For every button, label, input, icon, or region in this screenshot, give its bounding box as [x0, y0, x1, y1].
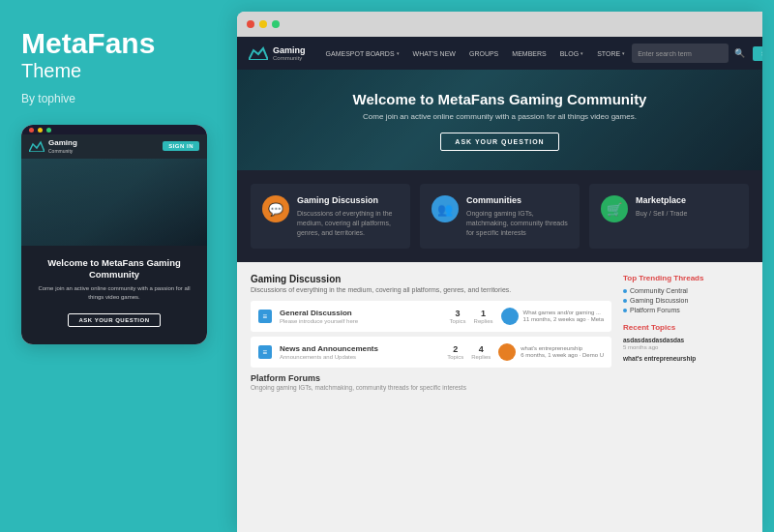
mobile-dot-green	[46, 128, 51, 133]
nav-item-members[interactable]: MEMBERS	[505, 37, 552, 70]
trending-section: Top Trending Threads Community Central G…	[623, 274, 749, 313]
forum-info-general: General Discussion Please introduce your…	[280, 309, 442, 324]
desktop-nav: Gaming Community GAMESPOT BOARDS ▾ WHAT'…	[237, 37, 762, 70]
mobile-hero	[21, 159, 207, 246]
desktop-nav-items: GAMESPOT BOARDS ▾ WHAT'S NEW GROUPS MEMB…	[319, 37, 633, 70]
mobile-signin-button[interactable]: SIGN IN	[163, 141, 199, 151]
sidebar: Top Trending Threads Community Central G…	[623, 274, 749, 520]
nav-item-groups[interactable]: GROUPS	[462, 37, 505, 70]
forum-last-general: What games and/or gaming ... 11 months, …	[501, 308, 604, 325]
forum-row-general[interactable]: ≡ General Discussion Please introduce yo…	[251, 301, 611, 332]
feature-card-gaming-discussion[interactable]: 💬 Gaming Discussion Discussions of every…	[251, 184, 410, 249]
desktop-logo-text-block: Gaming Community	[273, 45, 306, 62]
desktop-logo: Gaming Community	[249, 45, 306, 62]
forum-name-news: News and Announcements	[280, 344, 439, 353]
mobile-dot-yellow	[38, 128, 43, 133]
marketplace-text: Marketplace Buy / Sell / Trade	[636, 195, 687, 219]
platform-section: Platform Forums Ongoing gaming IGTs, mat…	[251, 373, 611, 391]
recent-item-2[interactable]: what's entrepreneurship	[623, 355, 749, 362]
forum-icon-news: ≡	[258, 345, 272, 359]
forum-stats-general: 3 Topics 1 Replies	[450, 309, 493, 324]
mobile-window-controls	[21, 125, 207, 134]
desktop-hero-content: Welcome to MetaFans Gaming Community Com…	[256, 91, 743, 151]
forum-row-news[interactable]: ≡ News and Announcements Announcements a…	[251, 337, 611, 368]
communities-title: Communities	[466, 195, 568, 205]
main-left-content: Gaming Discussion Discussions of everyth…	[251, 274, 611, 520]
mobile-logo-icon	[29, 140, 45, 152]
browser-dot-red	[247, 20, 254, 28]
gaming-discussion-text: Gaming Discussion Discussions of everyth…	[297, 195, 399, 237]
feature-card-communities[interactable]: 👥 Communities Ongoing gaming IGTs, match…	[420, 184, 580, 249]
desktop-hero-title: Welcome to MetaFans Gaming Community	[256, 91, 743, 107]
gaming-discussion-title: Gaming Discussion	[297, 195, 399, 205]
forum-topics-news: 2 Topics	[447, 344, 463, 360]
mobile-logo: Gaming Community	[29, 139, 77, 154]
bullet-3	[623, 309, 627, 312]
forum-stats-news: 2 Topics 4 Replies	[447, 344, 491, 360]
gaming-discussion-desc: Discussions of everything in the medium,…	[297, 209, 399, 237]
marketplace-desc: Buy / Sell / Trade	[636, 209, 687, 219]
desktop-ask-button[interactable]: ASK YOUR QUESTION	[440, 133, 558, 151]
left-panel: MetaFans Theme By tophive Gaming Communi…	[0, 0, 237, 532]
forum-name-general: General Discussion	[280, 309, 442, 317]
communities-icon: 👥	[432, 195, 459, 222]
mobile-dot-red	[29, 128, 34, 133]
forum-sub-news: Announcements and Updates	[280, 354, 439, 360]
main-content-area: Gaming Discussion Discussions of everyth…	[237, 262, 762, 532]
nav-item-whats-new[interactable]: WHAT'S NEW	[406, 37, 462, 70]
desktop-hero: Welcome to MetaFans Gaming Community Com…	[237, 70, 762, 170]
mobile-hero-subtitle: Come join an active online community wit…	[31, 284, 197, 301]
forum-sub-general: Please introduce yourself here	[280, 318, 442, 324]
chevron-down-icon: ▾	[397, 50, 400, 56]
desktop-content: Gaming Community GAMESPOT BOARDS ▾ WHAT'…	[237, 37, 762, 532]
by-line: By tophive	[21, 92, 75, 105]
brand-title: MetaFans	[21, 27, 155, 59]
desktop-hero-subtitle: Come join an active online community wit…	[256, 112, 743, 121]
section-desc: Discussions of everything in the medium,…	[251, 286, 611, 293]
feature-card-marketplace[interactable]: 🛒 Marketplace Buy / Sell / Trade	[589, 184, 749, 249]
brand-subtitle: Theme	[21, 59, 81, 82]
feature-cards-section: 💬 Gaming Discussion Discussions of every…	[237, 170, 762, 262]
forum-icon-general: ≡	[258, 310, 272, 323]
gaming-discussion-icon: 💬	[262, 195, 289, 222]
bullet-1	[623, 289, 627, 293]
forum-topics-general: 3 Topics	[450, 309, 466, 324]
platform-desc: Ongoing gaming IGTs, matchmaking, commun…	[251, 384, 611, 391]
recent-topics-title: Recent Topics	[623, 323, 749, 332]
browser-dot-green	[272, 20, 280, 28]
mobile-hero-overlay	[21, 159, 207, 246]
svg-marker-0	[29, 142, 45, 152]
forum-last-text-general: What games and/or gaming ... 11 months, …	[523, 310, 604, 325]
forum-info-news: News and Announcements Announcements and…	[280, 344, 439, 360]
marketplace-title: Marketplace	[636, 195, 687, 205]
recent-item-1[interactable]: asdasdasdasdasdas 5 months ago	[623, 337, 749, 350]
chevron-down-icon-3: ▾	[622, 50, 625, 56]
nav-item-gamespot[interactable]: GAMESPOT BOARDS ▾	[319, 37, 406, 70]
mobile-ask-button[interactable]: ASK YOUR QUESTION	[68, 313, 160, 327]
mobile-nav: Gaming Community SIGN IN	[21, 134, 207, 159]
trending-item-2[interactable]: Gaming Discussion	[623, 297, 749, 304]
svg-marker-1	[249, 48, 268, 60]
recent-topics-section: Recent Topics asdasdasdasdasdas 5 months…	[623, 323, 749, 362]
trending-item-1[interactable]: Community Central	[623, 287, 749, 294]
mobile-preview-card: Gaming Community SIGN IN Welcome to Meta…	[21, 125, 207, 344]
desktop-preview: Gaming Community GAMESPOT BOARDS ▾ WHAT'…	[237, 12, 762, 532]
mobile-hero-content: Welcome to MetaFans Gaming Community Com…	[31, 257, 197, 335]
signin-button[interactable]: SIGN IN	[753, 46, 762, 61]
search-icon[interactable]: 🔍	[734, 48, 745, 58]
marketplace-icon: 🛒	[601, 195, 628, 222]
bullet-2	[623, 299, 627, 303]
nav-item-store[interactable]: STORE ▾	[590, 37, 632, 70]
forum-last-text-news: what's entrepreneurship 6 months, 1 week…	[521, 345, 604, 361]
trending-item-3[interactable]: Platform Forums	[623, 307, 749, 313]
platform-title: Platform Forums	[251, 373, 611, 383]
browser-chrome	[237, 12, 762, 37]
mobile-welcome-title: Welcome to MetaFans Gaming Community	[31, 257, 197, 281]
nav-item-blog[interactable]: BLOG ▾	[553, 37, 590, 70]
forum-last-news: what's entrepreneurship 6 months, 1 week…	[498, 343, 604, 361]
mobile-logo-text: Gaming Community	[48, 139, 77, 154]
communities-text: Communities Ongoing gaming IGTs, matchma…	[466, 195, 568, 237]
search-input[interactable]	[632, 44, 729, 63]
browser-dot-yellow	[259, 20, 267, 28]
desktop-logo-icon	[249, 46, 268, 60]
